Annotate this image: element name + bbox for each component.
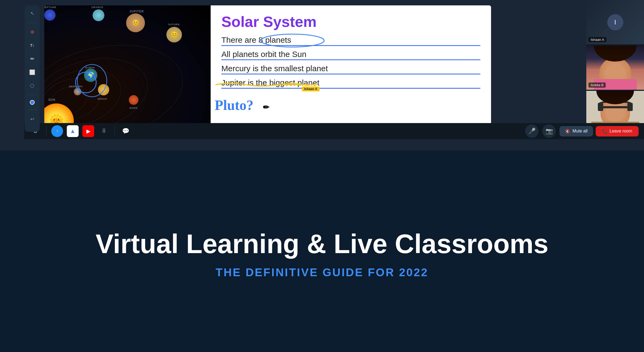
uranus-planet bbox=[93, 9, 104, 21]
mars-label: MARS bbox=[130, 107, 138, 109]
bottom-toolbar: ⚙ ↑ ▲ ▶ ⠿ 💬 🎤 📷 🔇 Mute all 📞 Leave room bbox=[24, 123, 644, 139]
pluto-svg: Pluto? ✏ bbox=[213, 92, 272, 114]
youtube-button[interactable]: ▶ bbox=[82, 125, 94, 137]
toolbar-divider-3 bbox=[27, 110, 37, 110]
undo-button[interactable]: ↩ bbox=[28, 115, 36, 123]
uranus-label: URANUS bbox=[92, 6, 103, 9]
earth-planet: 🌍 bbox=[84, 69, 97, 82]
grid-button[interactable]: ⠿ bbox=[98, 125, 110, 137]
leave-room-button[interactable]: 📞 Leave room bbox=[596, 126, 639, 137]
shape-tool[interactable]: ⬡ bbox=[28, 81, 36, 90]
ishaan-cursor-label: Ishaan A bbox=[302, 87, 320, 91]
fact-2: All planets orbit the Sun bbox=[221, 50, 480, 60]
svg-text:✏: ✏ bbox=[263, 103, 270, 112]
google-drive-button[interactable]: ▲ bbox=[67, 125, 79, 137]
earth-label: EARTH bbox=[85, 66, 95, 69]
color-picker[interactable] bbox=[30, 100, 35, 105]
sun-label: SUN bbox=[48, 98, 55, 101]
toolbar-sep-1 bbox=[46, 126, 46, 136]
ishaan-name: Ishaan A bbox=[588, 37, 606, 42]
mute-all-button[interactable]: 🔇 Mute all bbox=[559, 126, 593, 137]
ankita-name: Ankita B bbox=[588, 82, 606, 88]
mute-icon: 🔇 bbox=[565, 129, 570, 134]
mic-button[interactable]: 🎤 bbox=[525, 124, 539, 138]
neptune-label: NEPTUNE bbox=[44, 6, 56, 9]
fact-1: There are 8 planets bbox=[221, 35, 480, 46]
slide-title: Solar System bbox=[221, 13, 480, 30]
classroom-ui: ↖ ⊛ T↕ ✏ ⬜ ⬡ ↩ 🌞 SUN MERCURY bbox=[0, 0, 644, 150]
pen-tool[interactable]: ✏ bbox=[28, 55, 36, 63]
participants-panel: I Ishaan A Ankita B bbox=[586, 0, 644, 136]
saturn-label: SATURN bbox=[168, 23, 180, 26]
pluto-handwriting: Pluto? ✏ bbox=[213, 92, 272, 117]
cursor-tool[interactable]: ↖ bbox=[28, 9, 36, 18]
toolbar-sep-2 bbox=[115, 126, 115, 136]
camera-button[interactable]: 📷 bbox=[542, 124, 556, 138]
participant-ankita: Ankita B bbox=[586, 45, 644, 90]
participant-ishaan: I Ishaan A bbox=[586, 0, 644, 44]
mars-planet bbox=[129, 95, 138, 105]
saturn-planet: 😊 bbox=[166, 27, 182, 42]
text-tool[interactable]: T↕ bbox=[28, 41, 36, 50]
upload-button[interactable]: ↑ bbox=[51, 125, 63, 137]
fact-4: Jupiter is the biggest planet bbox=[221, 78, 480, 89]
mercury-label: MERCURY bbox=[69, 85, 83, 88]
background-dots bbox=[0, 156, 644, 352]
mute-all-label: Mute all bbox=[572, 129, 587, 134]
whiteboard-slide: 🌞 SUN MERCURY VENUS 🌍 EARTH MARS 😊 JUPIT… bbox=[44, 5, 491, 133]
drawing-toolbar: ↖ ⊛ T↕ ✏ ⬜ ⬡ ↩ bbox=[25, 5, 40, 132]
jupiter-label: JUPITER bbox=[130, 10, 144, 13]
mercury-planet bbox=[74, 88, 81, 95]
solar-image: 🌞 SUN MERCURY VENUS 🌍 EARTH MARS 😊 JUPIT… bbox=[44, 5, 211, 133]
phone-icon: 📞 bbox=[602, 129, 608, 134]
toolbar-divider-2 bbox=[27, 95, 37, 95]
right-control-buttons: 🔇 Mute all 📞 Leave room bbox=[559, 126, 639, 137]
neptune-planet bbox=[44, 9, 56, 21]
leave-room-label: Leave room bbox=[610, 129, 632, 134]
hero-section: Virtual Learning & Live Classrooms THE D… bbox=[0, 156, 644, 352]
venus-planet bbox=[98, 84, 109, 95]
slide-text-area: Solar System There are 8 planets All pla… bbox=[211, 5, 491, 133]
chat-button[interactable]: 💬 bbox=[120, 125, 131, 137]
jupiter-planet: 😊 bbox=[126, 13, 145, 32]
laser-tool[interactable]: ⊛ bbox=[28, 28, 36, 36]
toolbar-divider-1 bbox=[27, 23, 37, 23]
eraser-tool[interactable]: ⬜ bbox=[28, 68, 36, 77]
fact-3: Mercury is the smallest planet bbox=[221, 64, 480, 74]
venus-label: VENUS bbox=[97, 98, 107, 100]
svg-text:Pluto?: Pluto? bbox=[215, 98, 253, 113]
